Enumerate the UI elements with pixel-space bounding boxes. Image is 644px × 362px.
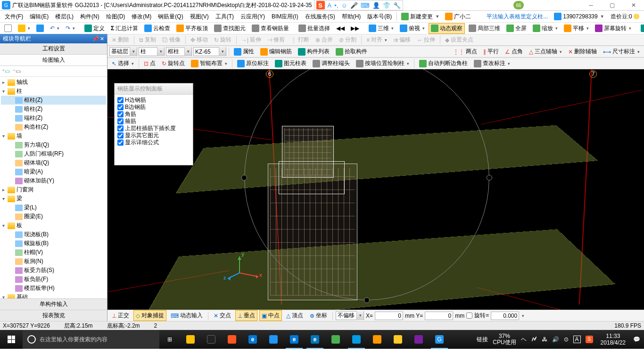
menu-rebar[interactable]: 钢筋量(Q) xyxy=(155,12,186,22)
batch-button[interactable]: 批量选择 xyxy=(296,23,332,34)
menu-comp[interactable]: 构件(N) xyxy=(77,12,102,22)
tree-al[interactable]: 暗梁(A) xyxy=(1,167,106,176)
offset-mode[interactable]: 不偏移▾ xyxy=(336,311,364,320)
hint-link[interactable]: 平法输入表格里定义柱... xyxy=(484,12,551,22)
tree-qtjj[interactable]: 砌体加筋(Y) xyxy=(1,176,106,185)
ime-user-icon[interactable]: 👤 xyxy=(372,2,380,9)
menu-cloud[interactable]: 云应用(Y) xyxy=(238,12,268,22)
nav-close-icon[interactable]: ✕ xyxy=(100,36,104,42)
instance-select[interactable]: KZ-65▾ xyxy=(193,47,226,56)
ortho-toggle[interactable]: ⊥正交 xyxy=(109,310,132,321)
maximize-button[interactable]: ▢ xyxy=(602,0,623,11)
find-button[interactable]: 查找图元 xyxy=(212,23,248,34)
mirror-button[interactable]: ⿻镜像 xyxy=(160,34,183,45)
copy-button[interactable]: ⧉复制 xyxy=(137,34,158,45)
3d-button[interactable]: 三维▾ xyxy=(366,23,396,34)
break-button[interactable]: ⋮打断 xyxy=(289,34,312,45)
menu-modify[interactable]: 修改(M) xyxy=(129,12,154,22)
ime-shirt-icon[interactable]: 👕 xyxy=(383,2,390,9)
account-button[interactable]: 13907298339▼ xyxy=(552,11,606,22)
tb-app10[interactable] xyxy=(367,330,388,349)
tree-gzz[interactable]: 构造柱(Z) xyxy=(1,123,106,132)
rp-item-4[interactable]: 上层柱插筋下插长度 xyxy=(117,125,190,132)
tripoint-button[interactable]: △三点辅轴▾ xyxy=(527,46,564,57)
rp-item-1[interactable]: B边钢筋 xyxy=(117,104,190,111)
editrebar-button[interactable]: 编辑钢筋 xyxy=(258,46,294,57)
tb-app5[interactable] xyxy=(263,330,284,349)
tree-lxb[interactable]: 螺旋板(B) xyxy=(1,239,106,248)
rot-input[interactable] xyxy=(491,312,519,320)
screenrot-button[interactable]: 屏幕旋转▾ xyxy=(593,23,634,34)
sum-button[interactable]: Σ汇总计算 xyxy=(108,23,140,34)
link-label[interactable]: 链接 xyxy=(477,336,488,344)
tb-app12[interactable] xyxy=(408,330,429,349)
tray-sogou-icon[interactable]: S xyxy=(586,336,593,343)
menu-floor[interactable]: 楼层(L) xyxy=(52,12,76,22)
tree-zm[interactable]: 柱帽(V) xyxy=(1,248,106,257)
rotpoint-button[interactable]: ↻旋转点 xyxy=(159,58,187,69)
parallel-button[interactable]: ∥平行 xyxy=(481,46,501,57)
ime-punct-icon[interactable]: •, xyxy=(334,2,338,9)
tray-up-icon[interactable]: ヘ xyxy=(521,336,527,344)
save-button[interactable] xyxy=(34,23,46,33)
bywall-button[interactable]: 按墙位置绘制柱▾ xyxy=(354,58,412,69)
rp-item-3[interactable]: 箍筋 xyxy=(117,118,190,125)
tb-app4[interactable]: e xyxy=(242,330,263,349)
menu-draw[interactable]: 绘图(D) xyxy=(103,12,128,22)
clist-button[interactable]: 构件列表 xyxy=(296,46,332,57)
extend-button[interactable]: →|延伸 xyxy=(239,34,264,45)
tb-app3[interactable] xyxy=(222,330,242,349)
tree-opening[interactable]: ▸门窗洞 xyxy=(1,185,106,194)
menu-online[interactable]: 在线服务(S) xyxy=(302,12,338,22)
tree-dz[interactable]: 端柱(Z) xyxy=(1,114,106,123)
close-button[interactable]: ✕ xyxy=(623,0,644,11)
ime-a-icon[interactable]: A xyxy=(328,2,332,9)
fullscreen-button[interactable]: 全屏 xyxy=(504,23,529,34)
define-button[interactable]: 定义 xyxy=(82,23,107,34)
setgrip-button[interactable]: ◆设置夹点 xyxy=(443,34,476,45)
y-input[interactable] xyxy=(425,312,453,320)
tb-app7[interactable]: e xyxy=(305,330,325,349)
tree-wall[interactable]: ▾墙 xyxy=(1,132,106,140)
tray-power-icon[interactable]: 🗲 xyxy=(531,336,537,343)
align-button[interactable]: ≡对齐▾ xyxy=(364,34,389,45)
flattop-button[interactable]: 平齐板顶 xyxy=(174,23,210,34)
selfloor-button[interactable]: 选择楼层 xyxy=(638,23,644,34)
tb-app1[interactable] xyxy=(180,330,201,349)
select-button[interactable]: ↖选择▾ xyxy=(109,58,136,69)
tree-col[interactable]: ▾柱 xyxy=(1,87,106,96)
topview-button[interactable]: 俯视▾ xyxy=(397,23,427,34)
prev-button[interactable]: ◀◀ xyxy=(334,24,347,33)
smart-button[interactable]: 智能布置▾ xyxy=(189,58,230,69)
nav-tab-draw[interactable]: 绘图输入 xyxy=(0,55,107,66)
zoom-button[interactable]: 缩放▾ xyxy=(530,23,560,34)
tb-app2[interactable] xyxy=(201,330,222,349)
osnap-toggle[interactable]: ◇对象捕捉 xyxy=(133,310,166,321)
tb-app13[interactable]: G xyxy=(429,330,450,349)
undo-button[interactable]: ↶▾ xyxy=(48,24,62,33)
origlabel-button[interactable]: 原位标注 xyxy=(235,58,271,69)
tray-tip-icon[interactable]: ⊙ xyxy=(564,336,569,343)
stretch-button[interactable]: ↔拉伸 xyxy=(414,34,438,45)
tree-az[interactable]: 暗柱(Z) xyxy=(1,105,106,114)
ime-tool-icon[interactable]: 🔧 xyxy=(393,2,401,9)
notification-bubble[interactable]: 66 xyxy=(513,1,524,9)
coord-snap[interactable]: ⊕坐标 xyxy=(307,310,330,321)
collapse-icon[interactable]: ⁻▭ xyxy=(13,68,21,74)
tree-ll[interactable]: 梁(L) xyxy=(1,203,106,212)
tray-notif-icon[interactable]: 💬 xyxy=(633,336,640,343)
move-button[interactable]: ✥移动 xyxy=(188,34,210,45)
pick-button[interactable]: 拾取构件 xyxy=(333,46,370,57)
rebar-panel[interactable]: 钢筋显示控制面板 H边钢筋 B边钢筋 角筋 箍筋 上层柱插筋下插长度 显示其它图… xyxy=(114,83,193,165)
tree-kz[interactable]: 框柱(Z) xyxy=(1,96,106,105)
menu-view[interactable]: 视图(V) xyxy=(187,12,212,22)
checklabel-button[interactable]: 查改标注▾ xyxy=(471,58,512,69)
tb-app9[interactable] xyxy=(346,330,367,349)
minimize-button[interactable]: ─ xyxy=(580,0,602,11)
menu-version[interactable]: 版本号(B) xyxy=(364,12,395,22)
cloudcheck-button[interactable]: 云检查 xyxy=(142,23,173,34)
cpu-meter[interactable]: 37%CPU使用 xyxy=(493,333,516,346)
open-button[interactable]: ▾ xyxy=(16,23,33,33)
redo-button[interactable]: ↷▾ xyxy=(63,24,77,33)
pan-button[interactable]: 平移▾ xyxy=(561,23,591,34)
